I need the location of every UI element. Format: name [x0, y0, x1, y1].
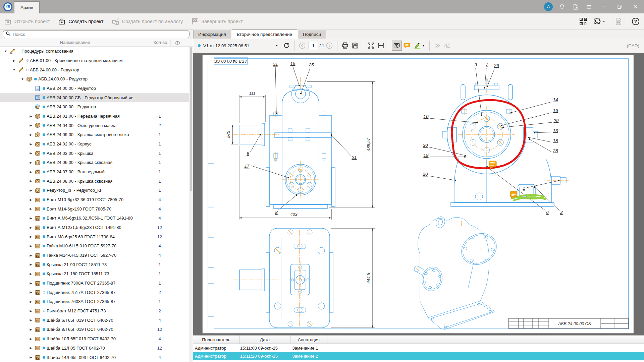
annotation-row[interactable]: Администратор15:11:08 09-окт.-25Замечани… — [193, 344, 644, 352]
tree-item[interactable]: ▶сиВинт М8-6gx25.68 ГОСТ 11738-8412 — [0, 232, 189, 241]
expand-arrow-icon[interactable]: ▶ — [28, 263, 34, 266]
tree-item[interactable]: ▶сиШайба 12Л 05 ГОСТ 6402-7012 — [0, 344, 189, 353]
column-count[interactable]: Кол-во — [150, 40, 170, 47]
tree-item[interactable]: ▶сиШайба 8Л 65Г 019 ГОСТ 6402-7012 — [0, 325, 189, 334]
expand-arrow-icon[interactable]: ▶ — [28, 346, 34, 350]
tree-item[interactable]: ▼АБВ.24.00.00 - Редуктор — [0, 65, 189, 74]
finish-project-button[interactable]: Завершить проект — [187, 15, 247, 28]
qr-code-icon[interactable] — [578, 16, 588, 26]
tree-item[interactable]: ▶сиКрышка 21-150 ГОСТ 18511-731 — [0, 269, 189, 279]
tree-item[interactable]: ▶АБВ.24.07.00 - Вал ведомый1 — [0, 167, 189, 177]
expand-arrow-icon[interactable]: ▶ — [28, 170, 34, 174]
tree-item[interactable]: ▶сиПодшипник 7308А ГОСТ 27365-871 — [0, 279, 189, 288]
annotation-row[interactable]: Администратор15:11:20 09-окт.-25Замечани… — [193, 352, 644, 360]
tab-signatures[interactable]: Подписи — [298, 30, 326, 39]
print-icon[interactable] — [340, 41, 350, 51]
expand-arrow-icon[interactable]: ▶ — [28, 282, 34, 285]
menu-hamburger-icon[interactable] — [584, 2, 593, 11]
notifications-bell-icon[interactable] — [557, 2, 566, 11]
tree-item[interactable]: ▶сиБолт М10-6gx32.36.019 ГОСТ 7805-704 — [0, 195, 189, 204]
marker-pen-icon[interactable]: ▼ — [412, 41, 427, 51]
tree-item[interactable]: ▶сиГайка М10-6Н.5.019 ГОСТ 5927-704 — [0, 241, 189, 251]
expand-arrow-icon[interactable]: ▶ — [28, 179, 34, 183]
tree-item[interactable]: АБВ.24.00.00 - Редуктор — [0, 102, 189, 112]
tree-item[interactable]: ▶сиШайба 10Л 65Г 019 ГОСТ 6402-704 — [0, 334, 189, 344]
column-date[interactable]: Дата — [239, 336, 290, 344]
tree-item[interactable]: АБВ.24.00.00 - Редуктор — [0, 84, 189, 93]
expand-arrow-icon[interactable]: ▶ — [28, 152, 34, 155]
column-user[interactable]: Пользователь — [193, 336, 239, 344]
tree-item[interactable]: ▶АБВ.01.00 - Кривошипно-шатунный механиз… — [0, 56, 189, 65]
expand-arrow-icon[interactable]: ▶ — [28, 337, 34, 341]
tree-item[interactable]: ▶сиПодшипник 7517А ГОСТ 27365-872 — [0, 288, 189, 297]
help-icon[interactable]: ? — [631, 16, 641, 26]
tree-item[interactable]: ▶АБВ.24.08.00 - Крышка сквозная1 — [0, 176, 189, 186]
expand-arrow-icon[interactable]: ▶ — [28, 318, 34, 322]
tree-item[interactable]: ▶АБВ.24.06.00 - Крышка сквозная1 — [0, 158, 189, 167]
version-chevron-down-icon[interactable]: ▼ — [275, 44, 278, 47]
expand-arrow-icon[interactable]: ▶ — [28, 189, 34, 192]
search-input[interactable] — [13, 32, 189, 37]
expand-arrow-icon[interactable]: ▶ — [28, 235, 34, 238]
tree-item[interactable]: ▶Редуктор_КГ - Редуктор_КГ1 — [0, 186, 189, 195]
expand-arrow-icon[interactable]: ▼ — [11, 68, 17, 71]
expand-arrow-icon[interactable]: ▶ — [28, 226, 34, 229]
tree-item[interactable]: ▶сиВинт А.М12х1,5-6gx28 ГОСТ 1491-8012 — [0, 223, 189, 232]
tree-item[interactable]: ▶сиШайба 14Л 65Г 093 ГОСТ 6402-704 — [0, 353, 189, 362]
save-icon[interactable] — [350, 41, 360, 51]
tab-information[interactable]: Информация — [193, 30, 231, 39]
tree-item[interactable]: ▼Процедуры согласования — [0, 47, 189, 56]
expand-arrow-icon[interactable]: ▶ — [28, 207, 34, 210]
tree-scrollbar[interactable] — [189, 47, 193, 362]
expand-arrow-icon[interactable]: ▶ — [28, 254, 34, 257]
close-button[interactable] — [630, 2, 641, 11]
show-annotations-toggle[interactable] — [392, 41, 402, 51]
tree-item[interactable]: ▶АБВ.24.04.00 - Окно уровня масла2 — [0, 121, 189, 130]
create-project-button[interactable]: Создать проект — [54, 15, 107, 28]
document-settings-icon[interactable] — [571, 2, 580, 11]
add-comment-icon[interactable] — [402, 41, 412, 51]
tree-item[interactable]: ▶сиПодшипник 7608А ГОСТ 27365-871 — [0, 297, 189, 306]
version-selector[interactable]: V1 от 12.09.2025 08:51 — [203, 43, 249, 48]
expand-arrow-icon[interactable]: ▶ — [28, 217, 34, 220]
expand-arrow-icon[interactable]: ▶ — [28, 124, 34, 127]
report-table-icon[interactable] — [613, 16, 624, 26]
expand-arrow-icon[interactable]: ▶ — [28, 291, 34, 294]
column-name[interactable]: Наименование — [0, 40, 150, 45]
expand-arrow-icon[interactable]: ▶ — [28, 115, 34, 118]
expand-arrow-icon[interactable]: ▶ — [28, 198, 34, 201]
plugins-puzzle-icon[interactable]: ▼ — [592, 16, 606, 26]
expand-arrow-icon[interactable]: ▶ — [28, 142, 34, 146]
expand-arrow-icon[interactable]: ▶ — [11, 59, 17, 62]
next-page-button[interactable] — [324, 41, 334, 51]
tree-item[interactable]: ▶сиКрышка 21-90 ГОСТ 18511-731 — [0, 260, 189, 269]
tree-item[interactable]: ▶сиШайба 6Л 65Г 019 ГОСТ 6402-704 — [0, 315, 189, 325]
tree-item[interactable]: ▼АБВ.24.00.00 - Редуктор — [0, 74, 189, 84]
open-project-button[interactable]: Открыть проект — [0, 15, 54, 28]
expand-arrow-icon[interactable]: ▼ — [19, 77, 25, 81]
tree-item[interactable]: ▶АБВ.24.02.00 - Корпус1 — [0, 139, 189, 149]
visibility-eye-icon[interactable] — [170, 40, 184, 47]
tree-column-header[interactable]: Наименование Кол-во — [0, 39, 193, 47]
expand-arrow-icon[interactable]: ▶ — [28, 272, 34, 276]
tab-archive[interactable]: Архив — [14, 1, 40, 13]
expand-arrow-icon[interactable]: ▼ — [3, 50, 9, 53]
drawing-canvas[interactable]: АБВ.24.00.00 СБ — [193, 53, 644, 335]
minimize-button[interactable] — [598, 2, 609, 11]
tree-item[interactable]: ▶сиРым-болт М12 ГОСТ 4751-732 — [0, 306, 189, 316]
expand-arrow-icon[interactable]: ▶ — [28, 309, 34, 313]
tree-item[interactable]: АБВ.24.00.00 СБ - Редуктор Сборочный че — [0, 93, 189, 102]
expand-arrow-icon[interactable]: ▶ — [28, 133, 34, 136]
restore-button[interactable] — [614, 2, 625, 11]
fit-width-icon[interactable] — [376, 41, 386, 51]
expand-arrow-icon[interactable]: ▶ — [28, 244, 34, 248]
prev-page-button[interactable] — [297, 41, 307, 51]
tree-item[interactable]: ▶сиБолт М14-6gx190 ГОСТ 7805-704 — [0, 204, 189, 214]
tree-item[interactable]: ▶сиВинт А.М6-6gx16.32.ЛС59-1 ГОСТ 1491-8… — [0, 214, 189, 223]
page-input[interactable] — [309, 42, 318, 49]
create-project-analog-button[interactable]: Создать проект по аналогу — [108, 15, 187, 28]
tree-item[interactable]: ▶АБВ.24.01.00 - Передача червячная1 — [0, 112, 189, 121]
tree-item[interactable]: ▶сиГайка М14-6Н.5.019 ГОСТ 5927-704 — [0, 251, 189, 260]
tab-secondary-view[interactable]: Вторичное представление — [232, 29, 297, 39]
expand-arrow-icon[interactable]: ▶ — [28, 356, 34, 359]
